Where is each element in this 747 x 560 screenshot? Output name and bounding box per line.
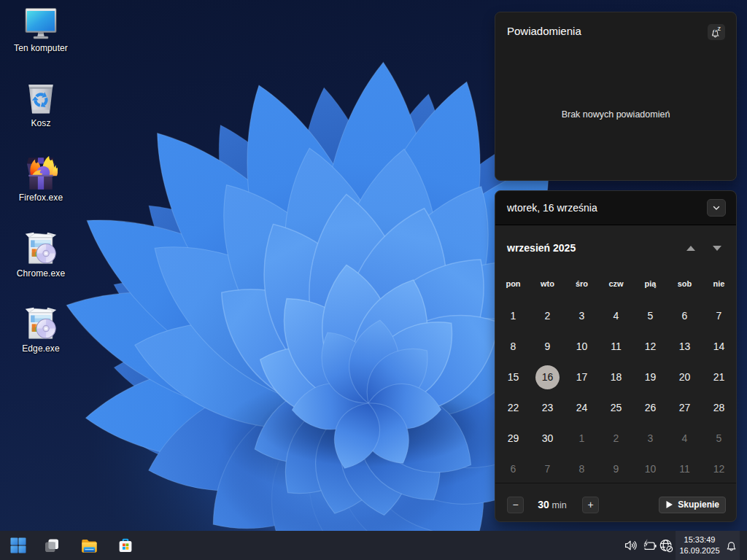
svg-text:Z: Z: [717, 26, 721, 32]
